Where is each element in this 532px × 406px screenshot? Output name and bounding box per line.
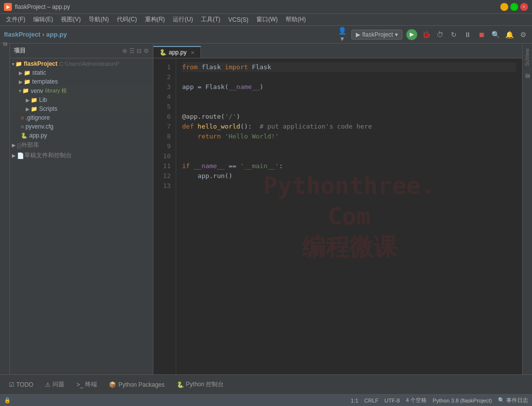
project-selector[interactable]: ▶ flaskProject ▾ [351,30,402,40]
tree-item-static[interactable]: ▶ 📁 static [10,68,153,77]
debug-button[interactable]: 🐞 [421,31,431,39]
event-log[interactable]: 🔍 事件日志 [498,397,528,404]
code-line-1[interactable]: from flask import Flask [182,62,516,72]
code-line-10[interactable] [182,151,516,161]
menu-item-n[interactable]: 导航(N) [85,14,113,25]
menu-item-w[interactable]: 窗口(W) [252,14,282,25]
close-button[interactable]: ✕ [520,3,528,11]
code-line-9[interactable] [182,141,516,151]
external-libs-label: 外部库 [21,141,39,149]
root-label: flaskProject [24,60,57,67]
status-git[interactable]: 🔒 [4,397,11,404]
collapse-arrow-scratches: ▶ [12,153,16,158]
line-num-8: 8 [153,132,176,141]
tab-terminal[interactable]: >_ 终端 [71,378,102,391]
folder-static-icon: 📁 [24,70,31,76]
tree-item-apppy[interactable]: 🐍 app.py [10,131,153,140]
code-line-4[interactable] [182,92,516,102]
tab-python-packages[interactable]: 📦 Python Packages [104,379,169,390]
breadcrumb-project[interactable]: flaskProject [4,31,41,38]
window-title: flaskProject – app.py [15,3,500,10]
code-line-8[interactable]: return 'Hello World!' [182,132,516,141]
file-tree-panel: 项目 ⊕ ☰ ⊟ ⚙ ▾ 📁 flaskProject C:\Users\Adm… [10,44,153,374]
code-line-11[interactable]: if __name__ == '__main__': [182,161,516,171]
menu-item-c[interactable]: 代码(C) [113,14,141,25]
indent-info[interactable]: 4 个空格 [406,397,427,404]
minimize-button[interactable]: ─ [500,3,508,11]
watermark-line2: Com [263,201,435,231]
right-vtab-structure[interactable]: 结构 [523,80,532,86]
cursor-position[interactable]: 1:1 [351,398,358,404]
code-line-13[interactable] [182,181,516,191]
collapse-arrow-lib: ▶ [26,97,30,103]
menu-item-v[interactable]: 视图(V) [57,14,85,25]
pause-button[interactable]: ⏸ [463,31,473,39]
left-panel-tabs: 结构 [0,44,10,374]
menu-item-u[interactable]: 运行(U) [169,14,197,25]
tree-item-lib[interactable]: ▶ 📁 Lib [10,95,153,104]
file-tree-header: 项目 ⊕ ☰ ⊟ ⚙ [10,44,153,58]
code-line-7[interactable]: def hello_world(): # put application's c… [182,122,516,132]
breadcrumb: flaskProject › app.py [4,31,67,38]
left-vtab-1[interactable]: 结构 [0,45,9,54]
tree-add-icon[interactable]: ⊕ [122,47,127,54]
tree-item-templates[interactable]: ▶ 📁 templates [10,77,153,86]
todo-icon: ☑ [9,381,14,388]
python-console-label: Python 控制台 [186,380,224,389]
python-version[interactable]: Python 3.8 (flaskProject) [433,398,492,404]
tree-item-gitignore[interactable]: ≡ .gitignore [10,113,153,122]
run-button[interactable]: ▶ [406,29,417,40]
tab-problems[interactable]: ⚠ 问题 [40,378,69,391]
run-icon: ▶ [356,31,360,38]
menu-item-e[interactable]: 编辑(E) [29,14,57,25]
tree-filter-icon[interactable]: ☰ [129,47,135,54]
tab-python-console[interactable]: 🐍 Python 控制台 [172,378,229,391]
window-controls[interactable]: ─ □ ✕ [500,3,528,11]
maximize-button[interactable]: □ [510,3,518,11]
tab-todo[interactable]: ☑ TODO [4,379,38,390]
collapse-arrow-scripts: ▶ [26,106,30,112]
menu-item-h[interactable]: 帮助(H) [282,14,310,25]
collapse-arrow-venv: ▾ [19,88,21,93]
tree-settings-icon[interactable]: ⚙ [144,47,149,54]
menu-item-f[interactable]: 文件(F) [2,14,29,25]
tree-item-scripts[interactable]: ▶ 📁 Scripts [10,104,153,113]
menu-item-r[interactable]: 重构(R) [141,14,169,25]
tab-close-button[interactable]: ✕ [191,50,194,55]
external-libs-icon: ||| [17,142,21,149]
profile-button[interactable]: ⏱ [435,31,445,39]
tree-item-venv[interactable]: ▾ 📁 venv library 根 [10,86,153,95]
user-icon[interactable]: 👤▾ [338,27,347,43]
tree-item-flaskproject[interactable]: ▾ 📁 flaskProject C:\Users\Administrator\… [10,59,153,68]
python-version-label: Python 3.8 (flaskProject) [433,398,492,404]
menu-item-vcss[interactable]: VCS(S) [224,15,252,24]
code-line-2[interactable] [182,72,516,82]
code-line-12[interactable]: app.run() [182,171,516,181]
code-line-6[interactable]: @app.route('/') [182,112,516,122]
tab-apppy[interactable]: 🐍 app.py ✕ [153,46,201,58]
tree-item-scratches[interactable]: ▶ 📄 草稿文件和控制台 [10,150,153,161]
line-endings[interactable]: CRLF [364,398,379,404]
tree-item-external-libs[interactable]: ▶ ||| 外部库 [10,140,153,150]
code-editor[interactable]: from flask import Flask app = Flask(__na… [176,58,522,374]
encoding[interactable]: UTF-8 [385,398,400,404]
rerun-button[interactable]: ↻ [449,31,459,39]
tree-item-pyvenvcfg[interactable]: ≡ pyvenv.cfg [10,122,153,131]
python-packages-icon: 📦 [109,381,116,388]
folder-venv-icon: 📁 [22,88,29,94]
settings-button[interactable]: ⚙ [518,31,528,39]
problems-label: 问题 [52,380,64,389]
search-button[interactable]: 🔍 [490,31,500,39]
stop-button[interactable]: ⏹ [477,31,486,39]
line-num-13: 13 [153,181,176,191]
scratches-icon: 📄 [17,152,24,159]
menu-item-t[interactable]: 工具(T) [197,14,224,25]
breadcrumb-file[interactable]: app.py [46,31,67,38]
cfg-icon: ≡ [21,124,24,130]
code-line-5[interactable] [182,102,516,112]
right-vtab-sciview[interactable]: SciView [524,45,531,69]
collapse-arrow-static: ▶ [19,70,23,76]
tree-collapse-icon[interactable]: ⊟ [137,47,142,54]
code-line-3[interactable]: app = Flask(__name__) [182,82,516,92]
notification-button[interactable]: 🔔 [504,31,514,39]
